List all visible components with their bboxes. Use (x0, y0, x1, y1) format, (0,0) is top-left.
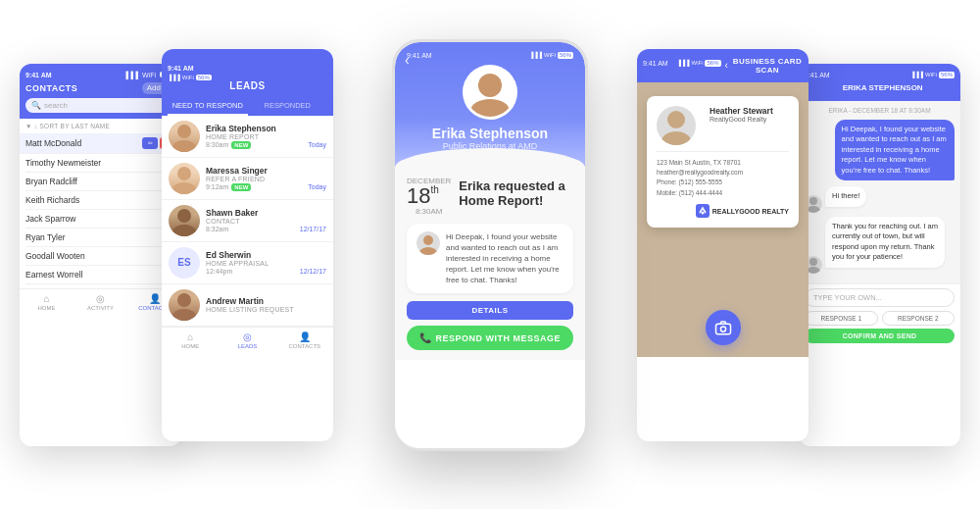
contact-item[interactable]: Jack Sparrow (25, 210, 175, 229)
chat-body: ERIKA - DECEMBER 18 AT 8:30AM Hi Deepak,… (799, 101, 960, 283)
lead-date: 12/12/17 (300, 268, 326, 275)
contact-name: Keith Richards (25, 195, 79, 205)
bizcard-contact-info: 123 Main St Austin, TX 78701 heather@rea… (657, 158, 789, 199)
wifi-icon: WiFi (925, 72, 937, 78)
lead-request: Erika requested a Home Report! (459, 177, 573, 216)
detail-time: 9:41 AM (407, 52, 432, 59)
camera-button[interactable] (706, 310, 741, 345)
lead-item[interactable]: Andrew Martin HOME LISTING REQUEST (162, 284, 333, 327)
lead-type: HOME APPRAISAL (206, 260, 326, 267)
lead-item[interactable]: ES Ed Sherwin HOME APPRAISAL 12:44pm 12/… (162, 242, 333, 284)
bizcard-card: Heather Stewart ReallyGood Realty 123 Ma… (647, 96, 799, 229)
contact-item[interactable]: Matt McDonald ✏ 🗑 (20, 133, 181, 154)
lead-detail-name: Erika Stephenson (432, 126, 548, 141)
contact-item[interactable]: Keith Richards (25, 191, 175, 210)
avatar-image (466, 68, 514, 117)
bizcard-person-details: Heather Stewart ReallyGood Realty (710, 106, 773, 125)
lead-item[interactable]: Erika Stephenson HOME REPORT 8:30am NEW … (162, 116, 333, 158)
tab-need-to-respond[interactable]: NEED TO RESPOND (168, 97, 248, 116)
respond-button[interactable]: 📞 RESPOND WITH MESSAGE (407, 326, 573, 350)
activity-icon: ◎ (96, 293, 105, 304)
lead-detail-body: DECEMBER 18 th 8:30AM Erika requested a … (395, 167, 585, 361)
lead-name: Ed Sherwin (206, 250, 326, 260)
lead-name: Andrew Martin (206, 296, 326, 306)
lead-avatar (169, 163, 200, 194)
nav-activity-label: ACTIVITY (87, 305, 114, 311)
response1-button[interactable]: RESPONSE 1 (805, 311, 878, 326)
bizcard-divider (657, 151, 789, 152)
chat-status-bar: 9:41 AM ▐▐▐ WiFi 56% (805, 72, 955, 78)
bottom-nav: ⌂ HOME ◎ ACTIVITY 👤 CONTACTS (20, 288, 181, 315)
nav-contacts[interactable]: 👤 CONTACTS (276, 331, 333, 349)
contact-item[interactable]: Ryan Tyler (25, 229, 175, 247)
contacts-screen: 9:41 AM ▐▐▐ WiFi 56% CONTACTS Add ⊕ 🔍 se… (20, 64, 181, 446)
response2-button[interactable]: RESPONSE 2 (882, 311, 956, 326)
new-badge: NEW (231, 141, 251, 149)
contact-item[interactable]: Goodall Wooten (25, 247, 175, 266)
confirm-send-button[interactable]: CONFIRM AND SEND (805, 329, 955, 343)
camera-icon (714, 319, 732, 336)
lead-name: Erika Stephenson (206, 124, 326, 133)
contact-name: Bryan Radcliff (25, 177, 77, 186)
chat-input-area: TYPE YOUR OWN... RESPONSE 1 RESPONSE 2 C… (799, 283, 960, 347)
bizcard-status-icons: ▐▐▐ WiFi 56% (677, 60, 721, 67)
chat-hi-row: Hi there! (805, 186, 955, 213)
lead-info: Shawn Baker CONTACT 8:32am 12/17/17 (206, 208, 326, 232)
contacts-body: ▼ ↓ SORT BY LAST NAME Matt McDonald ✏ 🗑 … (20, 119, 181, 288)
sort-icon: ▼ (25, 123, 32, 129)
lead-date-row: DECEMBER 18 th 8:30AM Erika requested a … (407, 177, 573, 216)
lead-meta: 9:12am NEW Today (206, 183, 326, 191)
center-phone-inner: 9:41 AM ▐▐▐ WiFi 56% ‹ Erika Stephenson … (395, 42, 585, 448)
lead-item[interactable]: Shawn Baker CONTACT 8:32am 12/17/17 (162, 200, 333, 242)
signal-icon: ▐▐▐ (168, 75, 180, 80)
add-label: Add (147, 83, 161, 92)
signal-icon: ▐▐▐ (677, 60, 690, 67)
search-bar[interactable]: 🔍 search (25, 98, 175, 113)
svg-point-20 (807, 267, 820, 274)
contact-item[interactable]: Timothy Newmeister (25, 154, 175, 173)
svg-point-0 (177, 125, 191, 138)
lead-item[interactable]: Maressa Singer REFER A FRIEND 9:12am NEW… (162, 158, 333, 200)
bizcard-time: 9:41 AM (643, 60, 668, 67)
nav-leads[interactable]: ◎ LEADS (219, 331, 275, 349)
back-button[interactable]: ‹ (725, 60, 728, 71)
svg-point-2 (177, 167, 191, 180)
lead-date: Today (308, 183, 326, 190)
bizcard-logo-icon (696, 204, 710, 218)
bizcard-person-row: Heather Stewart ReallyGood Realty (657, 106, 789, 145)
svg-point-16 (720, 326, 725, 331)
svg-point-7 (172, 309, 196, 321)
nav-home-label: HOME (181, 343, 199, 349)
details-button[interactable]: DETAILS (407, 301, 573, 320)
bizcard-address: 123 Main St Austin, TX 78701 (657, 158, 789, 168)
contacts-status-bar: 9:41 AM ▐▐▐ WiFi 56% (25, 72, 175, 78)
signal-icon: ▐▐▐ (910, 72, 923, 78)
bizcard-email: heather@reallygoodrealty.com (657, 168, 789, 178)
lead-date-time: 8:30AM (407, 207, 451, 216)
msg-avatar-img (416, 231, 440, 255)
nav-home[interactable]: ⌂ HOME (20, 293, 74, 311)
contact-item[interactable]: Earnest Worrell (25, 266, 175, 284)
wifi-icon: WiFi (142, 72, 156, 78)
contact-name: Jack Sparrow (25, 214, 76, 224)
leads-status-bar: 9:41 AM ▐▐▐ WiFi 56% (168, 57, 327, 80)
lead-type: REFER A FRIEND (206, 176, 326, 182)
bizcard-title: BUSINESS CARD SCAN (732, 57, 803, 75)
svg-rect-15 (715, 324, 730, 334)
chat-input-placeholder: TYPE YOUR OWN... (813, 293, 882, 302)
chat-type-own[interactable]: TYPE YOUR OWN... (805, 288, 955, 307)
lead-date-suffix: th (430, 185, 438, 195)
lead-initials: ES (169, 247, 200, 279)
edit-button[interactable]: ✏ (142, 137, 158, 149)
nav-activity[interactable]: ◎ ACTIVITY (74, 293, 127, 311)
header-wave (395, 148, 585, 168)
contact-name: Ryan Tyler (25, 232, 65, 242)
lead-date: Today (308, 141, 326, 148)
back-button[interactable]: ‹ (405, 52, 410, 68)
lead-info: Ed Sherwin HOME APPRAISAL 12:44pm 12/12/… (206, 250, 326, 275)
contact-item[interactable]: Bryan Radcliff (25, 173, 175, 191)
nav-home[interactable]: ⌂ HOME (162, 331, 219, 349)
tab-responded[interactable]: RESPONDED (248, 97, 328, 116)
scene: 9:41 AM ▐▐▐ WiFi 56% CONTACTS Add ⊕ 🔍 se… (10, 10, 970, 500)
respond-label: RESPOND WITH MESSAGE (435, 333, 561, 343)
